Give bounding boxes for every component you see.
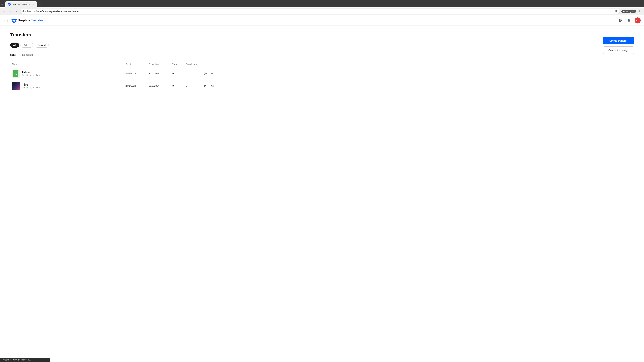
address-text: dropbox.com/transfer/manage?referrer=cre… — [22, 10, 608, 13]
apps-grid-button[interactable] — [3, 18, 9, 23]
tab-close-button[interactable]: ✕ — [32, 3, 34, 6]
active-tab[interactable]: Transfer - Dropbox ✕ — [5, 1, 37, 7]
svg-rect-0 — [615, 10, 616, 12]
user-avatar[interactable]: LD — [634, 17, 641, 23]
more-actions-icon[interactable] — [217, 83, 223, 88]
new-tab-button[interactable]: + — [37, 1, 43, 7]
split-view-icon[interactable] — [614, 10, 618, 13]
create-transfer-button[interactable]: Create transfer — [603, 37, 634, 44]
file-details: 3.jpg Sent today · 1 item — [22, 83, 40, 89]
col-created: Created — [126, 63, 149, 65]
filter-expired-button[interactable]: Expired — [34, 42, 49, 48]
address-icons: ☆ — [610, 10, 618, 13]
file-thumbnail-img — [12, 82, 20, 90]
svg-point-17 — [219, 85, 219, 86]
browser-toolbar: ← → ✕ dropbox.com/transfer/manage?referr… — [0, 7, 644, 15]
file-details: list.csv Sent today · 1 item — [22, 71, 40, 76]
svg-point-16 — [221, 73, 221, 74]
svg-marker-12 — [18, 70, 19, 71]
svg-point-3 — [6, 19, 6, 19]
svg-point-6 — [6, 20, 6, 21]
downloads-count: 0 — [186, 84, 202, 87]
tab-favicon — [8, 3, 11, 6]
table-row[interactable]: CSV list.csv Sent today · 1 item 24/1/20… — [10, 67, 225, 80]
bookmark-icon[interactable]: ☆ — [610, 10, 613, 13]
dropbox-logo[interactable]: Dropbox Transfer — [12, 18, 43, 23]
customize-design-button[interactable]: Customize design — [603, 46, 634, 54]
svg-point-5 — [5, 20, 5, 21]
browser-frame: Transfer - Dropbox ✕ + ← → ✕ dropbox.com… — [0, 0, 644, 362]
forward-button[interactable]: → — [8, 9, 13, 14]
table-header: Name Created Expiration Views Downloads — [10, 61, 225, 67]
svg-point-2 — [5, 19, 5, 19]
main-content: Transfers All Active Expired Sent Receiv… — [0, 25, 235, 99]
status-text: Waiting for www.dropbox.com... — [3, 359, 31, 361]
file-meta: Sent today · 1 item — [22, 74, 40, 76]
tab-expand-button[interactable] — [0, 2, 4, 6]
incognito-label: Incognito — [626, 10, 634, 12]
reload-button[interactable]: ✕ — [14, 9, 19, 14]
sidebar-actions: Create transfer Customize design — [603, 37, 634, 54]
link-icon[interactable] — [210, 83, 215, 88]
file-info: 3.jpg Sent today · 1 item — [12, 82, 126, 90]
col-views: Views — [172, 63, 186, 65]
tab-title: Transfer - Dropbox — [12, 3, 30, 6]
logo-transfer-text: Transfer — [31, 18, 43, 22]
header-icons: LD — [617, 17, 641, 23]
status-bar: Waiting for www.dropbox.com... — [0, 358, 50, 362]
filter-all-button[interactable]: All — [10, 42, 19, 48]
views-count: 0 — [172, 84, 186, 87]
col-downloads: Downloads — [186, 63, 202, 65]
dropbox-header: Dropbox Transfer LD — [0, 15, 644, 25]
col-actions — [202, 63, 223, 65]
svg-point-10 — [7, 21, 8, 22]
logo-dropbox-text: Dropbox — [18, 18, 30, 22]
file-name: 3.jpg — [22, 83, 40, 86]
svg-point-9 — [6, 21, 6, 22]
created-date: 24/1/2024 — [126, 84, 149, 87]
address-bar[interactable]: dropbox.com/transfer/manage?referrer=cre… — [20, 9, 620, 14]
file-info: CSV list.csv Sent today · 1 item — [12, 69, 126, 78]
browser-tabs-bar: Transfer - Dropbox ✕ + — [0, 0, 644, 7]
svg-point-8 — [5, 21, 5, 22]
views-count: 0 — [172, 72, 186, 75]
svg-point-7 — [7, 20, 8, 21]
svg-point-4 — [7, 19, 8, 19]
svg-rect-1 — [616, 10, 617, 12]
file-thumbnail-csv: CSV — [12, 69, 20, 78]
row-actions — [202, 83, 223, 88]
created-date: 24/1/2024 — [126, 72, 149, 75]
col-expiration: Expiration — [149, 63, 172, 65]
browser-menu-button[interactable]: ⋮ — [637, 9, 642, 14]
help-button[interactable] — [617, 17, 623, 23]
filter-row: All Active Expired — [10, 42, 225, 48]
tab-sent[interactable]: Sent — [10, 52, 19, 58]
more-actions-icon[interactable] — [217, 71, 223, 76]
downloads-count: 0 — [186, 72, 202, 75]
send-icon[interactable] — [202, 83, 208, 88]
transfers-table: Name Created Expiration Views Downloads — [10, 61, 225, 92]
file-meta: Sent today · 1 item — [22, 86, 40, 89]
page-content: Dropbox Transfer LD Transfers All Active — [0, 15, 644, 362]
back-button[interactable]: ← — [2, 9, 7, 14]
sent-received-tabs: Sent Received — [10, 52, 225, 58]
incognito-badge: Incognito — [621, 10, 636, 13]
table-row[interactable]: 3.jpg Sent today · 1 item 24/1/2024 31/1… — [10, 80, 225, 92]
file-name: list.csv — [22, 71, 40, 73]
svg-point-18 — [220, 85, 220, 86]
filter-active-button[interactable]: Active — [20, 42, 33, 48]
send-icon[interactable] — [202, 71, 208, 76]
tab-received[interactable]: Received — [22, 52, 36, 58]
row-actions — [202, 71, 223, 76]
svg-text:CSV: CSV — [14, 73, 17, 75]
svg-point-19 — [221, 85, 221, 86]
svg-point-14 — [219, 73, 219, 74]
page-title: Transfers — [10, 32, 225, 37]
notifications-button[interactable] — [626, 17, 632, 23]
expiration-date: 31/1/2024 — [149, 72, 172, 75]
link-icon[interactable] — [210, 71, 215, 76]
expiration-date: 31/1/2024 — [149, 84, 172, 87]
svg-point-15 — [220, 73, 220, 74]
col-name: Name — [12, 63, 126, 65]
